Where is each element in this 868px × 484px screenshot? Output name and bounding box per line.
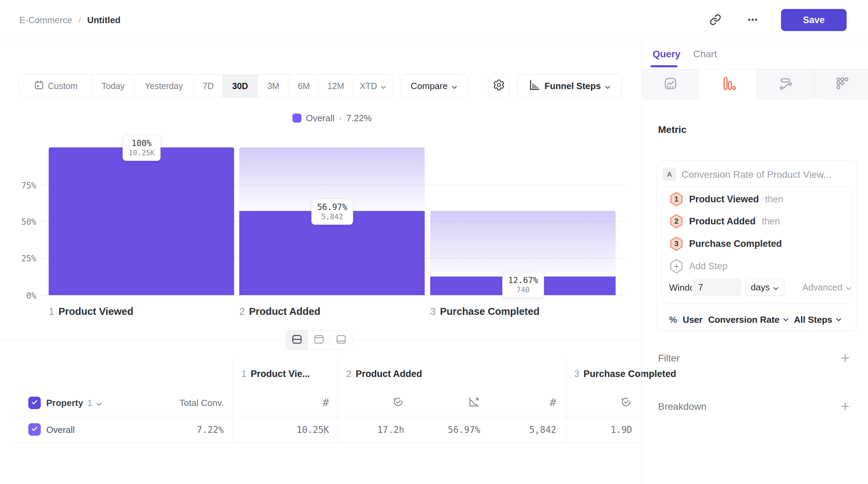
more-actions-button[interactable]	[744, 12, 761, 28]
charttype-retention-tab[interactable]	[814, 69, 868, 99]
step1-number: 1	[49, 306, 54, 317]
clock-check-icon	[620, 396, 632, 409]
dot-grid-icon	[833, 76, 849, 93]
chart-type-button[interactable]: Funnel Steps	[517, 74, 622, 98]
measure-metric-label: Conversion Rate	[708, 314, 780, 325]
window-unit-select[interactable]: days	[745, 279, 784, 296]
window-value-input[interactable]	[692, 279, 742, 296]
range-yesterday-button[interactable]: Yesterday	[134, 75, 194, 97]
range-xtd-button[interactable]: XTD	[353, 75, 393, 97]
tab-chart[interactable]: Chart	[693, 49, 717, 60]
step-2-then-label: then	[762, 216, 780, 227]
range-6m-button[interactable]: 6M	[289, 75, 319, 97]
filter-heading: Filter	[658, 353, 679, 364]
row-name[interactable]: Overall	[46, 425, 75, 435]
query-step-1[interactable]: 1 Product Viewed then	[670, 192, 783, 206]
range-today-button[interactable]: Today	[93, 75, 134, 97]
table-group-header-2[interactable]: 2 Product Added	[346, 368, 422, 380]
table-group-header-1[interactable]: 1 Product Vie...	[241, 368, 310, 380]
charttype-flows-tab[interactable]	[757, 69, 814, 99]
step-1-badge: 1	[670, 192, 683, 206]
advanced-dropdown[interactable]: Advanced	[802, 281, 851, 293]
tab-query[interactable]: Query	[653, 49, 681, 60]
range-custom-button[interactable]: Custom	[19, 75, 93, 97]
chart-legend[interactable]: Overall · 7.22%	[49, 112, 616, 125]
layout-chart-bottom-button[interactable]	[330, 330, 352, 350]
funnel-ghost-step3	[430, 211, 616, 277]
tooltip-step2-count: 5,842	[317, 212, 347, 222]
column-count-header-1[interactable]: #	[233, 396, 329, 409]
layout-chart-top-button[interactable]	[308, 330, 330, 350]
tooltip-step1-count: 10.25K	[128, 148, 155, 158]
legend-value: 7.22%	[346, 113, 372, 124]
row-step2-count: 5,842	[490, 425, 556, 435]
step3-name: Purchase Completed	[440, 306, 539, 317]
column-count-header-2[interactable]: #	[490, 396, 556, 409]
select-all-checkbox[interactable]	[28, 397, 41, 409]
step1-name: Product Viewed	[58, 306, 133, 317]
measure-scope-dropdown[interactable]: All Steps	[794, 314, 841, 325]
table-row-border	[14, 443, 642, 443]
clock-check-icon	[392, 396, 404, 409]
query-step-3[interactable]: 3 Purchase Completed	[670, 236, 788, 251]
step2-number: 2	[239, 306, 245, 317]
table-header-border	[14, 416, 642, 416]
column-time-header-3[interactable]	[566, 396, 632, 409]
breadcrumb-title[interactable]: Untitled	[87, 15, 120, 26]
column-conversion-header-2[interactable]	[414, 396, 480, 409]
range-30d-button[interactable]: 30D	[223, 75, 258, 97]
property-column-header[interactable]: Property 1	[46, 397, 102, 409]
funnel-bar-step1[interactable]	[49, 147, 234, 295]
step2-name: Product Added	[249, 306, 320, 317]
charttype-funnel-tab[interactable]	[699, 69, 757, 99]
chevron-down-icon	[380, 81, 386, 91]
row-step2-conv: 56.97%	[414, 425, 480, 435]
step-2-event-name: Product Added	[689, 216, 756, 227]
y-axis-tick-50: 50%	[11, 217, 36, 227]
measure-entity[interactable]: User	[683, 314, 703, 325]
layout-toggle-group	[286, 330, 353, 350]
layout-split-icon	[291, 335, 302, 346]
breadcrumb: E-Commerce / Untitled	[19, 0, 120, 40]
range-3m-button[interactable]: 3M	[258, 75, 289, 97]
funnel-report-app: E-Commerce / Untitled Save	[0, 0, 868, 484]
total-conv-header[interactable]: Total Conv.	[138, 398, 224, 408]
chart-settings-button[interactable]	[488, 74, 510, 98]
layout-split-button[interactable]	[286, 330, 308, 350]
window-unit-label: days	[751, 282, 770, 293]
measure-row: % User Conversion Rate All Steps	[669, 313, 841, 326]
row-checkbox[interactable]	[28, 423, 41, 436]
tooltip-step3: 12.67% 740	[502, 272, 544, 298]
measure-metric-dropdown[interactable]: Conversion Rate	[708, 314, 789, 325]
compare-label: Compare	[411, 81, 448, 91]
layout-chart-bottom-icon	[336, 335, 347, 346]
add-step-label: Add Step	[689, 261, 727, 272]
share-link-button[interactable]	[707, 12, 724, 28]
query-step-2[interactable]: 2 Product Added then	[670, 214, 780, 229]
tooltip-step3-count: 740	[508, 285, 538, 295]
property-header-index: 1	[87, 398, 92, 408]
add-breakdown-button[interactable]	[837, 398, 853, 415]
save-button[interactable]: Save	[781, 9, 847, 31]
range-7d-button[interactable]: 7D	[194, 75, 223, 97]
chevron-down-icon	[846, 282, 851, 293]
step3-number: 3	[430, 306, 436, 317]
row-step3-time: 1.9D	[566, 425, 632, 435]
charttype-trends-tab[interactable]	[642, 69, 699, 99]
table-group-header-3[interactable]: 3 Purchase Completed	[574, 368, 676, 380]
step3-axis-label: 3 Purchase Completed	[430, 305, 540, 318]
group2-name: Product Added	[356, 369, 422, 379]
column-time-header-2[interactable]	[338, 396, 404, 409]
metric-title[interactable]: Conversion Rate of Product View...	[682, 169, 831, 180]
breadcrumb-project[interactable]: E-Commerce	[19, 15, 72, 26]
add-step-row[interactable]: + Add Step	[670, 259, 727, 273]
range-12m-button[interactable]: 12M	[319, 75, 353, 97]
ellipsis-icon	[747, 14, 759, 27]
add-filter-button[interactable]	[837, 350, 853, 367]
step-3-badge-number: 3	[671, 238, 682, 250]
step-1-badge-number: 1	[671, 193, 682, 205]
check-icon	[31, 425, 38, 434]
active-tab-underline	[650, 65, 677, 67]
funnel-steps-icon	[529, 79, 540, 93]
compare-button[interactable]: Compare	[400, 74, 468, 98]
